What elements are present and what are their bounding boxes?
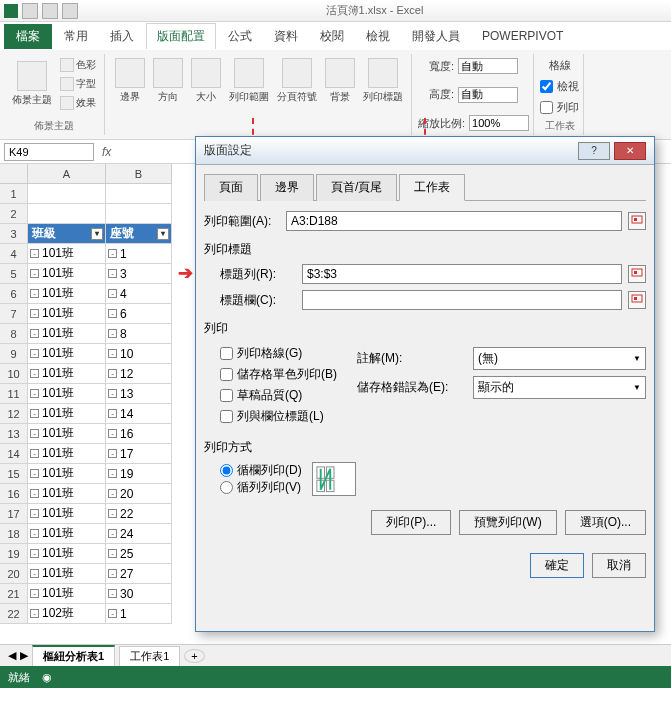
row-header[interactable]: 4 (0, 244, 28, 264)
row-header[interactable]: 5 (0, 264, 28, 284)
collapse-icon[interactable]: - (30, 329, 39, 338)
print-button[interactable]: 列印(P)... (371, 510, 451, 535)
collapse-icon[interactable]: - (30, 509, 39, 518)
select-all-corner[interactable] (0, 164, 28, 184)
cell[interactable]: 班級▾ (28, 224, 106, 244)
print-gridlines-checkbox[interactable] (540, 101, 553, 114)
title-cols-range-button[interactable] (628, 291, 646, 309)
collapse-icon[interactable]: - (108, 369, 117, 378)
tab-view[interactable]: 檢視 (356, 24, 400, 49)
gridlines-checkbox[interactable] (220, 347, 233, 360)
undo-icon[interactable] (42, 3, 58, 19)
cell[interactable]: -101班 (28, 284, 106, 304)
cell[interactable]: -101班 (28, 304, 106, 324)
bw-checkbox[interactable] (220, 368, 233, 381)
cell[interactable]: -6 (106, 304, 172, 324)
width-input[interactable] (458, 58, 518, 74)
collapse-icon[interactable]: - (108, 449, 117, 458)
collapse-icon[interactable]: - (30, 369, 39, 378)
collapse-icon[interactable]: - (108, 569, 117, 578)
cell[interactable] (28, 184, 106, 204)
col-header-a[interactable]: A (28, 164, 106, 184)
background-button[interactable]: 背景 (323, 56, 357, 106)
dialog-help-button[interactable]: ? (578, 142, 610, 160)
fx-icon[interactable]: fx (102, 145, 111, 159)
redo-icon[interactable] (62, 3, 78, 19)
dialog-tab-margins[interactable]: 邊界 (260, 174, 314, 201)
collapse-icon[interactable]: - (30, 289, 39, 298)
tab-data[interactable]: 資料 (264, 24, 308, 49)
comments-combo[interactable]: (無)▼ (473, 347, 646, 370)
cell[interactable]: -101班 (28, 404, 106, 424)
draft-checkbox[interactable] (220, 389, 233, 402)
collapse-icon[interactable]: - (30, 609, 39, 618)
cell[interactable] (106, 204, 172, 224)
cell[interactable]: -101班 (28, 384, 106, 404)
errors-combo[interactable]: 顯示的▼ (473, 376, 646, 399)
tab-review[interactable]: 校閱 (310, 24, 354, 49)
cancel-button[interactable]: 取消 (592, 553, 646, 578)
row-header[interactable]: 8 (0, 324, 28, 344)
cell[interactable]: -12 (106, 364, 172, 384)
row-header[interactable]: 13 (0, 424, 28, 444)
cell[interactable]: -101班 (28, 524, 106, 544)
themes-button[interactable]: 佈景主題 (10, 59, 54, 109)
cell[interactable]: -20 (106, 484, 172, 504)
cell[interactable]: -102班 (28, 604, 106, 624)
macro-record-icon[interactable]: ◉ (42, 671, 52, 684)
collapse-icon[interactable]: - (108, 409, 117, 418)
colors-button[interactable]: 色彩 (58, 56, 98, 74)
fonts-button[interactable]: 字型 (58, 75, 98, 93)
filter-dropdown-icon[interactable]: ▾ (157, 228, 169, 240)
cell[interactable]: -27 (106, 564, 172, 584)
cell[interactable]: -30 (106, 584, 172, 604)
collapse-icon[interactable]: - (30, 269, 39, 278)
cell[interactable] (106, 184, 172, 204)
row-header[interactable]: 18 (0, 524, 28, 544)
sheet-nav-next[interactable]: ▶ (20, 649, 28, 662)
tab-developer[interactable]: 開發人員 (402, 24, 470, 49)
row-header[interactable]: 14 (0, 444, 28, 464)
row-header[interactable]: 21 (0, 584, 28, 604)
cell[interactable] (28, 204, 106, 224)
collapse-icon[interactable]: - (108, 549, 117, 558)
size-button[interactable]: 大小 (189, 56, 223, 106)
row-header[interactable]: 15 (0, 464, 28, 484)
cell[interactable]: -101班 (28, 484, 106, 504)
title-rows-range-button[interactable] (628, 265, 646, 283)
effects-button[interactable]: 效果 (58, 94, 98, 112)
over-down-radio[interactable] (220, 481, 233, 494)
collapse-icon[interactable]: - (108, 589, 117, 598)
height-input[interactable] (458, 87, 518, 103)
sheet-nav-prev[interactable]: ◀ (8, 649, 16, 662)
tab-home[interactable]: 常用 (54, 24, 98, 49)
print-area-range-button[interactable] (628, 212, 646, 230)
collapse-icon[interactable]: - (30, 469, 39, 478)
collapse-icon[interactable]: - (30, 409, 39, 418)
orientation-button[interactable]: 方向 (151, 56, 185, 106)
cell[interactable]: -101班 (28, 464, 106, 484)
cell[interactable]: 座號▾ (106, 224, 172, 244)
collapse-icon[interactable]: - (108, 509, 117, 518)
cell[interactable]: -17 (106, 444, 172, 464)
cell[interactable]: -101班 (28, 504, 106, 524)
sheet-tab-pivot[interactable]: 樞紐分析表1 (32, 645, 115, 666)
cell[interactable]: -101班 (28, 324, 106, 344)
options-button[interactable]: 選項(O)... (565, 510, 646, 535)
row-header[interactable]: 7 (0, 304, 28, 324)
collapse-icon[interactable]: - (108, 469, 117, 478)
row-header[interactable]: 9 (0, 344, 28, 364)
collapse-icon[interactable]: - (108, 529, 117, 538)
collapse-icon[interactable]: - (108, 489, 117, 498)
save-icon[interactable] (22, 3, 38, 19)
tab-file[interactable]: 檔案 (4, 24, 52, 49)
cell[interactable]: -101班 (28, 544, 106, 564)
cell[interactable]: -19 (106, 464, 172, 484)
down-over-radio[interactable] (220, 464, 233, 477)
collapse-icon[interactable]: - (108, 309, 117, 318)
cell[interactable]: -101班 (28, 264, 106, 284)
breaks-button[interactable]: 分頁符號 (275, 56, 319, 106)
print-area-button[interactable]: 列印範圍 (227, 56, 271, 106)
print-area-input[interactable] (286, 211, 622, 231)
cell[interactable]: -10 (106, 344, 172, 364)
